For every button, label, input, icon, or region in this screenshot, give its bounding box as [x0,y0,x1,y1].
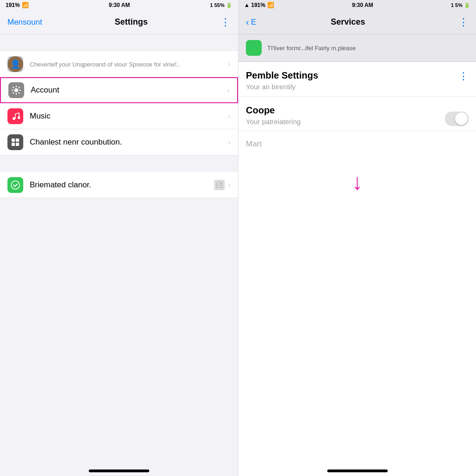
nav-dots-left[interactable]: ⋮ [220,17,231,27]
account-item[interactable]: Account › [0,77,238,103]
profile-text: Chevertelf your Unqperoand of viour Spse… [30,60,228,68]
right-status-right: 1 5% 🔋 [451,2,470,8]
right-content: Pemble Settings Your an birentily ⋮ Coop… [238,62,476,460]
coope-title: Coope [246,105,301,116]
briemated-icon [7,177,23,193]
right-status-left: 1 55% 🔋 [210,2,232,8]
pemble-text-group: Pemble Settings Your an birentily [246,70,318,91]
right-top-icon [246,40,262,56]
account-chevron: › [227,86,230,94]
avatar: 👤 [7,56,23,72]
profile-subtitle: Chevertelf your Unqperoand of viour Spse… [30,61,228,68]
pemble-dots[interactable]: ⋮ [458,70,469,82]
svg-point-0 [14,88,18,92]
battery-icon-left: 🔋 [226,2,232,8]
settings-list-bottom: Briemated clanor. › [0,172,238,198]
home-indicator-left [89,469,149,472]
down-arrow-icon: ↓ [352,171,363,193]
left-status-right: ▲ 191% 📶 [244,2,274,8]
account-icon [8,82,24,98]
status-bar-right: ▲ 191% 📶 9:30 AM 1 5% 🔋 [238,0,476,10]
pemble-subtitle: Your an birentily [246,83,318,91]
music-icon [7,108,23,124]
svg-point-9 [220,183,221,184]
channel-text: Chanlest nenr counbution. [30,138,228,147]
carrier-right: 1 5% [451,2,463,8]
pemble-title: Pemble Settings [246,70,318,81]
svg-point-2 [18,116,20,119]
account-text: Account [31,86,227,95]
battery-icon-right: 🔋 [464,2,470,8]
back-link-left[interactable]: Mensount [7,18,42,27]
briemated-item[interactable]: Briemated clanor. › [0,172,238,198]
nav-dots-right[interactable]: ⋮ [458,16,469,28]
nav-bar-left: Mensount Settings ⋮ [0,10,238,34]
music-item[interactable]: Music › [0,103,238,129]
wifi-icon-left: 📶 [22,2,29,8]
nav-title-right: Services [238,17,458,27]
svg-rect-3 [12,139,15,142]
nav-bar-right: ‹ E Services ⋮ [238,10,476,34]
svg-point-1 [13,117,15,120]
home-indicator-right [327,469,388,472]
wifi-icon-right: 📶 [267,2,274,8]
channel-chevron: › [228,138,231,146]
coope-text-group: Coope Your patreiatering [246,105,301,126]
toggle-knob [455,112,468,125]
music-text: Music [30,112,228,121]
coope-subtitle: Your patreiatering [246,118,301,126]
account-title: Account [31,86,227,95]
briemated-chevron: › [228,181,231,189]
right-panel: ▲ 191% 📶 9:30 AM 1 5% 🔋 ‹ E Services ⋮ T… [238,0,476,476]
coope-toggle[interactable] [445,112,469,126]
profile-item[interactable]: 👤 Chevertelf your Unqperoand of viour Sp… [0,51,238,77]
profile-chevron: › [228,60,231,68]
svg-rect-5 [12,143,15,146]
image-icon [214,180,225,190]
channel-icon [7,134,23,150]
section-divider-top [0,34,238,51]
signal-right: ▲ 191% [244,2,265,8]
mart-section: Mart [238,131,476,157]
briemated-text: Briemated clanor. [30,180,214,190]
left-panel: 191% 📶 9:30 AM 1 55% 🔋 Mensount Settings… [0,0,238,476]
channel-title: Chanlest nenr counbution. [30,138,228,147]
status-bar-left: 191% 📶 9:30 AM 1 55% 🔋 [0,0,238,10]
pemble-section: Pemble Settings Your an birentily ⋮ [238,62,476,97]
briemated-title: Briemated clanor. [30,180,214,190]
right-top-text: TI'liver formr...ifel Fairly m.please [267,45,469,52]
mart-title: Mart [246,139,469,149]
music-chevron: › [228,112,231,120]
channel-item[interactable]: Chanlest nenr counbution. › [0,129,238,155]
coope-section: Coope Your patreiatering [238,97,476,131]
percentage-left: 191% [6,2,20,8]
svg-rect-6 [16,143,19,146]
left-spacer [0,198,238,460]
signal-left: 1 55% [210,2,225,8]
right-top-item: TI'liver formr...ifel Fairly m.please [238,34,476,62]
music-title: Music [30,112,228,121]
settings-list: 👤 Chevertelf your Unqperoand of viour Sp… [0,51,238,155]
section-gap-middle [0,155,238,172]
left-status-group: 191% 📶 [6,2,29,8]
time-left: 9:30 AM [109,2,130,8]
nav-title-left: Settings [115,17,148,27]
avatar-icon: 👤 [7,56,23,72]
svg-point-7 [11,181,20,189]
arrow-container: ↓ [238,157,476,198]
time-right: 9:30 AM [352,2,373,8]
svg-rect-4 [16,139,19,142]
